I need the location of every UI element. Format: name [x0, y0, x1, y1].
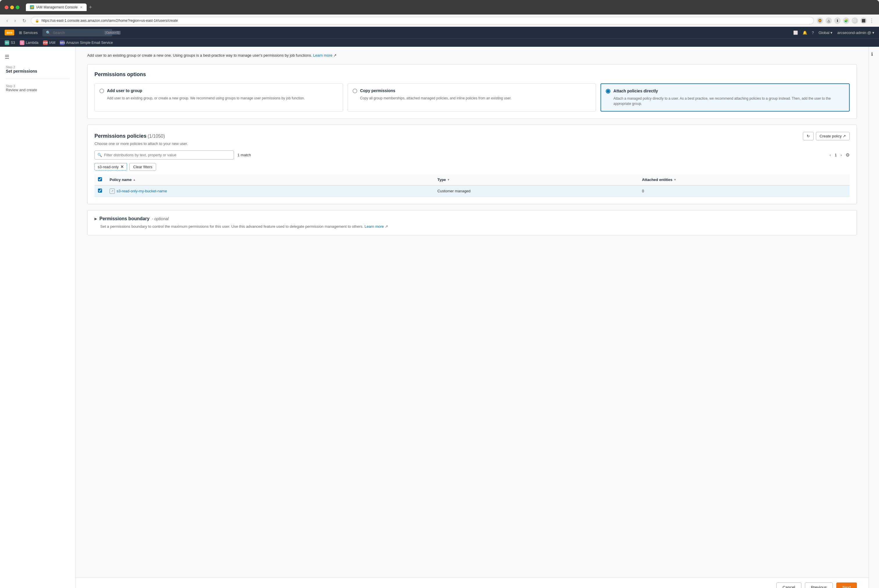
search-shortcut: [Option+S]: [104, 31, 121, 34]
sort-type[interactable]: Type ▼: [437, 177, 635, 182]
aws-logo[interactable]: aws: [5, 30, 14, 36]
row-checkbox[interactable]: [98, 189, 102, 193]
lambda-badge-icon: λ: [20, 40, 24, 45]
active-tab[interactable]: 🔐 IAM Management Console ✕: [26, 3, 87, 11]
boundary-expand-icon: ▶: [95, 217, 97, 221]
previous-button[interactable]: Previous: [805, 582, 833, 588]
clear-filters-button[interactable]: Clear filters: [129, 163, 156, 171]
content-area: Add user to an existing group or create …: [75, 47, 868, 578]
filter-tag-text: s3-read-only: [98, 165, 119, 169]
page-prev-button[interactable]: ‹: [827, 152, 833, 159]
boundary-desc: Set a permissions boundary to control th…: [100, 224, 850, 230]
services-label: Services: [23, 30, 38, 35]
add-to-group-option[interactable]: Add user to group Add user to an existin…: [95, 83, 343, 111]
copy-permissions-title: Copy permissions: [360, 88, 395, 93]
maximize-button[interactable]: [16, 6, 20, 9]
minimize-button[interactable]: [10, 6, 14, 9]
sort-policy-name[interactable]: Policy name ▲: [110, 177, 430, 182]
tab-favicon: 🔐: [30, 5, 34, 9]
aws-bookmarks-bar: S3 S3 λ Lambda IAM IAM SES Amazon Simple…: [0, 38, 879, 47]
filter-row: s3-read-only ✕ Clear filters: [95, 163, 850, 171]
bookmark-ses[interactable]: SES Amazon Simple Email Service: [60, 40, 113, 45]
copy-permissions-option[interactable]: Copy permissions Copy all group membersh…: [348, 83, 596, 111]
table-row: ↗ s3-read-only-my-bucket-name Customer m…: [95, 185, 850, 197]
bookmark-lambda[interactable]: λ Lambda: [20, 40, 38, 45]
th-checkbox: [95, 174, 106, 185]
bookmark-s3[interactable]: S3 S3: [5, 40, 15, 45]
tab-close-button[interactable]: ✕: [80, 6, 83, 9]
th-policy-name: Policy name ▲: [106, 174, 434, 185]
table-settings-icon[interactable]: ⚙: [846, 152, 850, 158]
sort-attached[interactable]: Attached entities ▼: [642, 177, 846, 182]
s3-badge-icon: S3: [5, 40, 9, 45]
bottom-action-bar: Cancel Previous Next: [75, 578, 868, 588]
region-selector[interactable]: Global ▾: [819, 30, 833, 35]
policy-name-link[interactable]: ↗ s3-read-only-my-bucket-name: [110, 189, 430, 194]
forward-button[interactable]: ›: [12, 17, 17, 24]
learn-more-link[interactable]: Learn more: [313, 53, 332, 57]
boundary-learn-more-link[interactable]: Learn more: [365, 224, 384, 229]
info-text: Add user to an existing group or create …: [87, 53, 312, 57]
address-bar[interactable]: 🔒 https://us-east-1.console.aws.amazon.c…: [31, 17, 814, 24]
attach-directly-option[interactable]: Attach policies directly Attach a manage…: [601, 83, 850, 111]
info-panel-icon[interactable]: ℹ: [871, 51, 873, 57]
help-icon[interactable]: ?: [812, 30, 814, 35]
add-to-group-title: Add user to group: [107, 88, 142, 93]
policy-type: Customer managed: [437, 189, 470, 193]
copy-permissions-desc: Copy all group memberships, attached man…: [360, 96, 591, 101]
match-count: 1 match: [237, 153, 251, 157]
th-attached: Attached entities ▼: [638, 174, 850, 185]
topbar-right: ⬜ 🔔 ? Global ▾ arcsecond-admin @ ▾: [793, 30, 874, 35]
step3-label: Step 3: [6, 84, 69, 88]
sidebar: ☰ Step 2 Set permissions Step 3 Review a…: [0, 47, 75, 588]
user-menu[interactable]: arcsecond-admin @ ▾: [837, 30, 874, 35]
grid-icon: ⊞: [19, 30, 22, 35]
boundary-desc-text: Set a permissions boundary to control th…: [100, 224, 364, 229]
search-input[interactable]: [53, 30, 102, 35]
copy-permissions-radio[interactable]: [353, 88, 357, 93]
policies-count: (1/1050): [148, 134, 165, 139]
create-policy-button[interactable]: Create policy ↗: [816, 132, 850, 140]
page-number: 1: [834, 153, 837, 157]
policy-search-input[interactable]: [95, 150, 234, 159]
back-button[interactable]: ‹: [5, 17, 10, 24]
filter-tag-remove-button[interactable]: ✕: [120, 164, 124, 169]
menu-button[interactable]: ⋮: [869, 17, 874, 24]
boundary-header[interactable]: ▶ Permissions boundary - optional: [95, 216, 850, 221]
services-button[interactable]: ⊞ Services: [19, 30, 38, 35]
td-attached: 0: [638, 185, 850, 197]
next-button[interactable]: Next: [836, 582, 857, 588]
page-next-button[interactable]: ›: [838, 152, 844, 159]
extension-btn-1[interactable]: 🦁: [817, 17, 823, 24]
td-type: Customer managed: [434, 185, 639, 197]
extension-btn-6[interactable]: ⬛: [860, 17, 867, 24]
traffic-lights: [5, 6, 20, 9]
attach-directly-radio[interactable]: [606, 89, 610, 93]
sidebar-toggle[interactable]: ☰: [0, 51, 75, 63]
extension-btn-4[interactable]: 🧩: [843, 17, 849, 24]
bookmark-iam[interactable]: IAM IAM: [43, 40, 55, 45]
extension-btn-3[interactable]: ℹ: [834, 17, 841, 24]
terminal-icon[interactable]: ⬜: [793, 30, 798, 35]
policies-title-group: Permissions policies (1/1050): [95, 133, 165, 139]
close-button[interactable]: [5, 6, 8, 9]
add-to-group-header: Add user to group: [99, 88, 338, 93]
refresh-button[interactable]: ↻: [21, 17, 28, 24]
step3-title: Review and create: [6, 88, 69, 92]
extension-btn-5[interactable]: ⬜: [852, 17, 858, 24]
policy-table: Policy name ▲ Type ▼: [95, 174, 850, 197]
step3-item: Step 3 Review and create: [0, 81, 75, 95]
add-to-group-radio[interactable]: [99, 88, 104, 93]
attach-directly-desc: Attach a managed policy directly to a us…: [613, 96, 844, 106]
bell-icon[interactable]: 🔔: [802, 30, 807, 35]
refresh-button[interactable]: ↻: [803, 132, 814, 140]
browser-controls: ‹ › ↻ 🔒 https://us-east-1.console.aws.am…: [0, 15, 879, 27]
policies-actions: ↻ Create policy ↗: [803, 132, 850, 140]
attach-directly-title: Attach policies directly: [613, 88, 658, 93]
select-all-checkbox[interactable]: [98, 177, 102, 181]
cancel-button[interactable]: Cancel: [776, 582, 801, 588]
new-tab-button[interactable]: +: [89, 4, 92, 10]
permissions-options-title: Permissions options: [95, 72, 850, 78]
step2-item: Step 2 Set permissions: [0, 63, 75, 76]
extension-btn-2[interactable]: △: [825, 17, 832, 24]
